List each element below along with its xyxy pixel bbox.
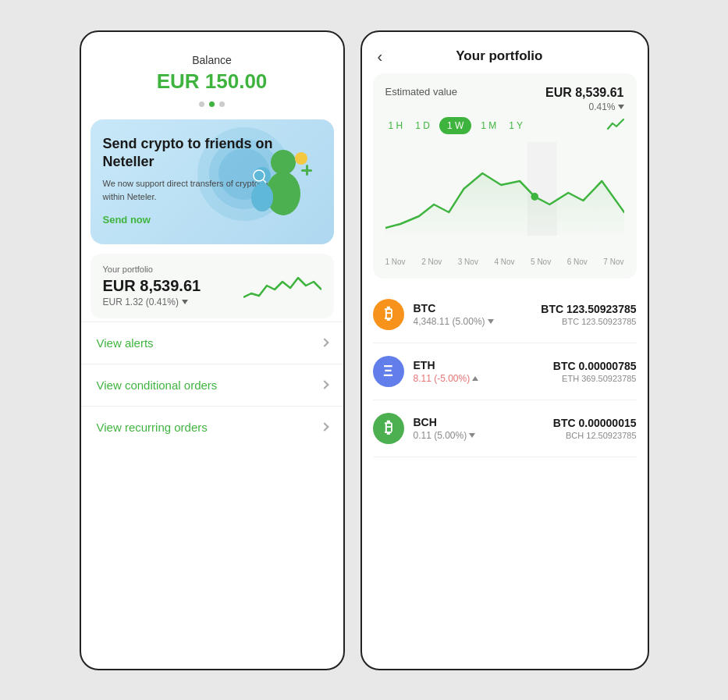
chevron-recurring-icon bbox=[320, 422, 328, 431]
portfolio-header-title: Your portfolio bbox=[390, 48, 608, 64]
bch-info: BCH 0.11 (5.00%) bbox=[414, 416, 544, 441]
bch-icon: ₿ bbox=[373, 413, 404, 444]
btc-info: BTC 4,348.11 (5.00%) bbox=[414, 302, 532, 327]
back-button[interactable]: ‹ bbox=[378, 48, 383, 66]
btc-values: BTC 123.50923785 BTC 123.50923785 bbox=[541, 303, 636, 326]
btc-primary-val: BTC 123.50923785 bbox=[541, 303, 636, 315]
x-label-7: 7 Nov bbox=[603, 258, 623, 266]
est-change-arrow bbox=[618, 105, 624, 109]
btc-sub-val: BTC 123.50923785 bbox=[541, 317, 636, 326]
tf-1m[interactable]: 1 M bbox=[478, 117, 499, 134]
bch-symbol: BCH bbox=[414, 416, 544, 428]
svg-marker-10 bbox=[385, 173, 624, 236]
asset-item-bch[interactable]: ₿ BCH 0.11 (5.00%) BTC 0.00000015 BCH 12… bbox=[373, 400, 637, 457]
eth-info: ETH 8.11 (-5.00%) bbox=[414, 359, 544, 384]
est-value-change: 0.41% bbox=[545, 101, 624, 112]
est-value-amount: EUR 8,539.61 bbox=[545, 86, 624, 100]
balance-section: Balance EUR 150.00 bbox=[81, 32, 343, 119]
bch-values: BTC 0.00000015 BCH 12.50923785 bbox=[553, 417, 637, 440]
x-label-4: 4 Nov bbox=[494, 258, 514, 266]
carousel-dots bbox=[97, 101, 328, 107]
asset-item-eth[interactable]: Ξ ETH 8.11 (-5.00%) BTC 0.00000785 ETH 3… bbox=[373, 343, 637, 400]
dot-2 bbox=[209, 101, 215, 107]
balance-label: Balance bbox=[97, 54, 328, 66]
bch-change: 0.11 (5.00%) bbox=[414, 430, 544, 441]
menu-conditional-label: View conditional orders bbox=[97, 378, 218, 392]
est-value-label: Estimated value bbox=[385, 86, 458, 98]
svg-point-4 bbox=[295, 152, 307, 165]
promo-card: Send crypto to friends on Neteller We no… bbox=[91, 119, 334, 244]
svg-point-2 bbox=[251, 183, 273, 211]
tf-1w[interactable]: 1 W bbox=[439, 117, 471, 134]
tf-1d[interactable]: 1 D bbox=[412, 117, 433, 134]
tf-1y[interactable]: 1 Y bbox=[506, 117, 526, 134]
x-label-5: 5 Nov bbox=[531, 258, 551, 266]
dot-3 bbox=[219, 101, 225, 107]
asset-item-btc[interactable]: ₿ BTC 4,348.11 (5.00%) BTC 123.50923785 … bbox=[373, 286, 637, 343]
eth-values: BTC 0.00000785 ETH 369.50923785 bbox=[553, 360, 637, 383]
btc-symbol: BTC bbox=[414, 302, 532, 314]
eth-icon: Ξ bbox=[373, 356, 404, 387]
chart-top-row: Estimated value EUR 8,539.61 0.41% bbox=[385, 86, 624, 112]
portfolio-info: Your portfolio EUR 8,539.61 EUR 1.32 (0.… bbox=[103, 265, 201, 307]
x-label-1: 1 Nov bbox=[385, 258, 406, 266]
tf-1h[interactable]: 1 H bbox=[385, 117, 407, 134]
portfolio-value: EUR 8,539.61 bbox=[103, 277, 201, 295]
bch-primary-val: BTC 0.00000015 bbox=[553, 417, 637, 429]
est-value-right: EUR 8,539.61 0.41% bbox=[545, 86, 624, 112]
est-value-left: Estimated value bbox=[385, 86, 458, 98]
svg-point-3 bbox=[254, 167, 271, 184]
menu-alerts-label: View alerts bbox=[97, 336, 154, 350]
x-label-3: 3 Nov bbox=[458, 258, 478, 266]
chart-x-labels: 1 Nov 2 Nov 3 Nov 4 Nov 5 Nov 6 Nov 7 No… bbox=[385, 254, 624, 266]
svg-point-11 bbox=[531, 193, 538, 201]
eth-sub-val: ETH 369.50923785 bbox=[553, 374, 637, 383]
portfolio-card[interactable]: Your portfolio EUR 8,539.61 EUR 1.32 (0.… bbox=[91, 254, 334, 318]
promo-illustration bbox=[248, 135, 318, 221]
chevron-alerts-icon bbox=[320, 338, 328, 346]
chevron-conditional-icon bbox=[320, 380, 328, 389]
eth-change-arrow bbox=[472, 376, 478, 381]
menu-recurring-label: View recurring orders bbox=[97, 421, 208, 434]
mini-portfolio-chart bbox=[243, 266, 321, 305]
btc-icon: ₿ bbox=[373, 299, 404, 330]
x-label-6: 6 Nov bbox=[567, 258, 588, 266]
eth-symbol: ETH bbox=[414, 359, 544, 371]
bch-sub-val: BCH 12.50923785 bbox=[553, 431, 637, 440]
btc-change-arrow bbox=[488, 319, 494, 324]
svg-point-1 bbox=[271, 150, 296, 175]
balance-amount: EUR 150.00 bbox=[97, 69, 328, 94]
chart-section: Estimated value EUR 8,539.61 0.41% 1 H 1… bbox=[373, 73, 637, 279]
menu-item-conditional[interactable]: View conditional orders bbox=[81, 364, 343, 406]
x-label-2: 2 Nov bbox=[421, 258, 442, 266]
svg-rect-6 bbox=[301, 169, 312, 172]
menu-item-alerts[interactable]: View alerts bbox=[81, 322, 343, 364]
dot-1 bbox=[199, 101, 204, 107]
portfolio-change-arrow bbox=[182, 300, 188, 304]
eth-primary-val: BTC 0.00000785 bbox=[553, 360, 637, 372]
eth-change: 8.11 (-5.00%) bbox=[414, 373, 544, 384]
right-phone: ‹ Your portfolio Estimated value EUR 8,5… bbox=[360, 30, 649, 670]
portfolio-header: ‹ Your portfolio bbox=[362, 32, 648, 73]
asset-list: ₿ BTC 4,348.11 (5.00%) BTC 123.50923785 … bbox=[362, 286, 648, 669]
menu-item-recurring[interactable]: View recurring orders bbox=[81, 406, 343, 448]
trend-icon bbox=[607, 118, 624, 133]
portfolio-label: Your portfolio bbox=[103, 265, 201, 274]
portfolio-change: EUR 1.32 (0.41%) bbox=[103, 297, 201, 307]
left-phone: Balance EUR 150.00 Send crypto to friend… bbox=[80, 30, 345, 670]
portfolio-main-chart bbox=[385, 142, 624, 251]
bch-change-arrow bbox=[469, 433, 475, 438]
timeframe-row: 1 H 1 D 1 W 1 M 1 Y bbox=[385, 117, 624, 134]
btc-change: 4,348.11 (5.00%) bbox=[414, 316, 532, 327]
